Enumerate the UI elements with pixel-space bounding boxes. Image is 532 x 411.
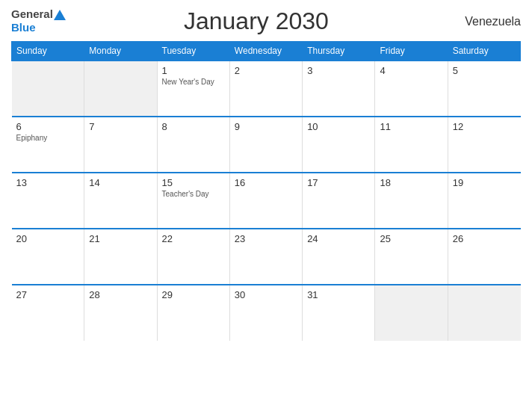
calendar-cell: 3 <box>303 61 375 117</box>
logo-blue-text: Blue <box>11 21 36 34</box>
day-number: 29 <box>162 289 225 300</box>
calendar-cell: 25 <box>375 229 448 285</box>
calendar-header-row: SundayMondayTuesdayWednesdayThursdayFrid… <box>12 42 521 61</box>
day-number: 6 <box>16 121 80 132</box>
calendar-week-row: 20212223242526 <box>12 229 521 285</box>
day-number: 11 <box>380 121 442 132</box>
day-number: 4 <box>380 65 442 76</box>
calendar-cell: 29 <box>157 285 229 341</box>
weekday-header: Monday <box>84 42 157 61</box>
day-number: 5 <box>453 65 516 76</box>
calendar-cell <box>448 285 520 341</box>
calendar-cell <box>12 61 84 117</box>
calendar-cell: 20 <box>12 229 84 285</box>
weekday-header: Saturday <box>448 42 520 61</box>
day-number: 10 <box>307 121 370 132</box>
day-number: 17 <box>307 177 370 188</box>
calendar-cell: 18 <box>375 173 448 229</box>
weekday-header: Sunday <box>12 42 84 61</box>
calendar-cell: 14 <box>84 173 157 229</box>
calendar-cell: 6Epiphany <box>12 117 84 173</box>
calendar-cell: 1New Year's Day <box>157 61 229 117</box>
weekday-header-row: SundayMondayTuesdayWednesdayThursdayFrid… <box>12 42 521 61</box>
country-label: Venezuela <box>446 15 521 28</box>
calendar-cell: 26 <box>448 229 520 285</box>
calendar-cell: 23 <box>229 229 302 285</box>
calendar-container: General Blue January 2030 Venezuela Sund… <box>0 0 532 411</box>
logo-triangle-icon <box>54 10 66 20</box>
holiday-name: Teacher's Day <box>162 190 225 198</box>
calendar-table: SundayMondayTuesdayWednesdayThursdayFrid… <box>11 41 521 341</box>
calendar-cell: 28 <box>84 285 157 341</box>
weekday-header: Friday <box>375 42 448 61</box>
holiday-name: Epiphany <box>16 134 80 142</box>
day-number: 15 <box>162 177 225 188</box>
calendar-cell <box>375 285 448 341</box>
calendar-week-row: 2728293031 <box>12 285 521 341</box>
day-number: 28 <box>89 289 152 300</box>
logo-general-text: General <box>11 8 53 21</box>
month-title: January 2030 <box>66 7 446 35</box>
calendar-cell: 21 <box>84 229 157 285</box>
calendar-cell: 31 <box>303 285 375 341</box>
calendar-cell: 7 <box>84 117 157 173</box>
weekday-header: Wednesday <box>229 42 302 61</box>
day-number: 21 <box>89 233 152 244</box>
day-number: 26 <box>453 233 516 244</box>
day-number: 9 <box>235 121 297 132</box>
logo: General Blue <box>11 8 66 34</box>
calendar-header: General Blue January 2030 Venezuela <box>11 7 521 35</box>
day-number: 30 <box>235 289 297 300</box>
day-number: 24 <box>307 233 370 244</box>
day-number: 18 <box>380 177 442 188</box>
calendar-cell: 13 <box>12 173 84 229</box>
calendar-cell: 19 <box>448 173 520 229</box>
calendar-cell <box>84 61 157 117</box>
calendar-cell: 27 <box>12 285 84 341</box>
day-number: 13 <box>16 177 80 188</box>
calendar-cell: 8 <box>157 117 229 173</box>
weekday-header: Thursday <box>303 42 375 61</box>
weekday-header: Tuesday <box>157 42 229 61</box>
calendar-cell: 16 <box>229 173 302 229</box>
calendar-cell: 17 <box>303 173 375 229</box>
day-number: 27 <box>16 289 80 300</box>
day-number: 31 <box>307 289 370 300</box>
calendar-body: 1New Year's Day23456Epiphany789101112131… <box>12 61 521 341</box>
calendar-cell: 11 <box>375 117 448 173</box>
day-number: 25 <box>380 233 442 244</box>
day-number: 22 <box>162 233 225 244</box>
day-number: 23 <box>235 233 297 244</box>
calendar-cell: 5 <box>448 61 520 117</box>
day-number: 14 <box>89 177 152 188</box>
day-number: 2 <box>235 65 297 76</box>
calendar-cell: 15Teacher's Day <box>157 173 229 229</box>
calendar-cell: 22 <box>157 229 229 285</box>
holiday-name: New Year's Day <box>162 78 225 86</box>
day-number: 7 <box>89 121 152 132</box>
calendar-week-row: 131415Teacher's Day16171819 <box>12 173 521 229</box>
day-number: 3 <box>307 65 370 76</box>
calendar-cell: 4 <box>375 61 448 117</box>
day-number: 12 <box>453 121 516 132</box>
calendar-cell: 12 <box>448 117 520 173</box>
calendar-week-row: 6Epiphany789101112 <box>12 117 521 173</box>
day-number: 1 <box>162 65 225 76</box>
day-number: 16 <box>235 177 297 188</box>
calendar-cell: 10 <box>303 117 375 173</box>
calendar-cell: 2 <box>229 61 302 117</box>
calendar-cell: 9 <box>229 117 302 173</box>
calendar-cell: 24 <box>303 229 375 285</box>
day-number: 20 <box>16 233 80 244</box>
calendar-cell: 30 <box>229 285 302 341</box>
day-number: 19 <box>453 177 516 188</box>
calendar-week-row: 1New Year's Day2345 <box>12 61 521 117</box>
day-number: 8 <box>162 121 225 132</box>
